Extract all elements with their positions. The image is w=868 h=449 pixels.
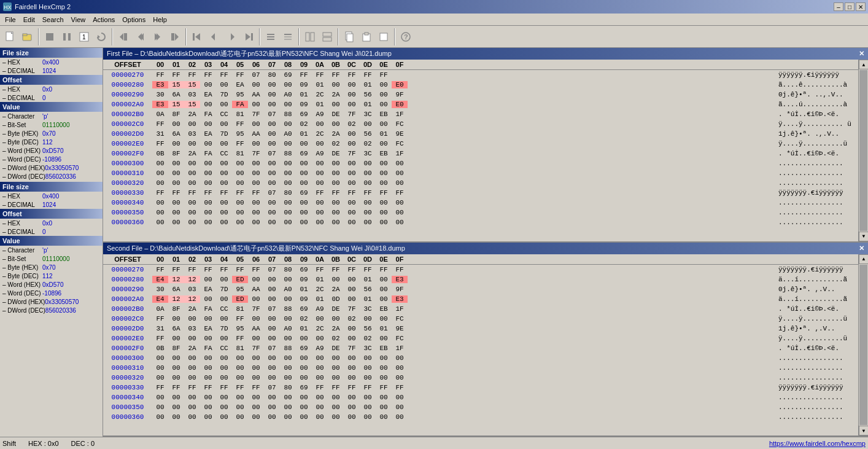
hex-byte[interactable]: FF	[200, 266, 216, 273]
hex-byte[interactable]: 88	[280, 111, 296, 118]
hex-byte[interactable]: 02	[344, 315, 360, 322]
hex-byte[interactable]: 00	[232, 170, 248, 177]
hex-byte[interactable]: 00	[376, 120, 392, 128]
hex-byte[interactable]: 31	[152, 130, 168, 138]
hex-byte[interactable]: 00	[328, 170, 344, 177]
hex-byte[interactable]: FF	[360, 189, 376, 197]
hex-byte[interactable]: 00	[312, 404, 328, 411]
table-row[interactable]: 00000270FFFFFFFFFFFFFF078069FFFFFFFFFFFF…	[103, 265, 858, 275]
hex-byte[interactable]: 7F	[248, 345, 264, 352]
hex-byte[interactable]: E3	[152, 101, 168, 108]
hex-byte[interactable]: 00	[152, 209, 168, 216]
hex-byte[interactable]: FF	[152, 384, 168, 391]
hex-byte[interactable]: 00	[184, 374, 200, 381]
hex-byte[interactable]: 7F	[344, 305, 360, 313]
hex-byte[interactable]: FA	[200, 150, 216, 157]
hex-byte[interactable]: 0B	[152, 150, 168, 157]
hex-byte[interactable]: 01	[376, 130, 392, 138]
hex-byte[interactable]: 7D	[216, 130, 232, 138]
hex-byte[interactable]: 03	[184, 286, 200, 293]
hex-byte[interactable]: 00	[200, 179, 216, 187]
hex-byte[interactable]: FF	[232, 71, 248, 79]
hex-byte[interactable]: 88	[280, 345, 296, 352]
hex-byte[interactable]: 00	[376, 364, 392, 372]
menu-item-actions[interactable]: Actions	[89, 15, 118, 25]
hex-byte[interactable]: 00	[168, 170, 184, 177]
hex-byte[interactable]: 00	[248, 335, 264, 342]
table-row[interactable]: 0000035000000000000000000000000000000000…	[103, 402, 858, 412]
hex-byte[interactable]: 00	[360, 404, 376, 411]
hex-byte[interactable]: 00	[360, 394, 376, 401]
hex-byte[interactable]: E4	[152, 295, 168, 303]
hex-byte[interactable]: 00	[200, 413, 216, 421]
hex-byte[interactable]: 00	[296, 354, 312, 362]
table-row[interactable]: 0000036000000000000000000000000000000000…	[103, 412, 858, 422]
hex-byte[interactable]: 00	[376, 140, 392, 147]
hex-byte[interactable]: AA	[248, 130, 264, 138]
hex-byte[interactable]: 00	[360, 219, 376, 226]
hex-byte[interactable]: 12	[168, 276, 184, 283]
hex-byte[interactable]: 00	[296, 209, 312, 216]
hex-byte[interactable]: 7D	[216, 91, 232, 98]
hex-byte[interactable]: 00	[264, 170, 280, 177]
menu-item-view[interactable]: View	[68, 15, 90, 25]
hex-byte[interactable]: 00	[280, 199, 296, 206]
hex-byte[interactable]: 00	[344, 170, 360, 177]
hex-byte[interactable]: FF	[152, 315, 168, 322]
hex-byte[interactable]: 00	[344, 295, 360, 303]
hex-byte[interactable]: AA	[248, 91, 264, 98]
hex-byte[interactable]: 88	[280, 305, 296, 313]
hex-byte[interactable]: 00	[376, 81, 392, 88]
hex-byte[interactable]: A0	[280, 130, 296, 138]
hex-byte[interactable]: 00	[216, 404, 232, 411]
hex-byte[interactable]: 56	[360, 325, 376, 332]
hex-byte[interactable]: 56	[360, 91, 376, 98]
hex-byte[interactable]: FF	[312, 189, 328, 197]
hex-byte[interactable]: FF	[344, 71, 360, 79]
hex-byte[interactable]: 00	[280, 120, 296, 128]
table-row[interactable]: 000002E0FF00000000FF000000000002000200FC…	[103, 139, 858, 149]
hex-byte[interactable]: 00	[296, 140, 312, 147]
hex-byte[interactable]: 01	[312, 81, 328, 88]
hex-byte[interactable]: 00	[232, 394, 248, 401]
hex-byte[interactable]: 69	[296, 345, 312, 352]
hex-byte[interactable]: 00	[280, 404, 296, 411]
nav-next-button[interactable]	[223, 29, 239, 45]
hex-byte[interactable]: 7F	[248, 150, 264, 157]
hex-byte[interactable]: 95	[232, 325, 248, 332]
table-row[interactable]: 000002A0E315150000FA000000090100000100E0…	[103, 100, 858, 109]
hex-byte[interactable]: 95	[232, 286, 248, 293]
hex-byte[interactable]: 00	[328, 354, 344, 362]
hex-byte[interactable]: 00	[152, 179, 168, 187]
hex-byte[interactable]: 56	[360, 286, 376, 293]
hex-byte[interactable]: 00	[200, 160, 216, 167]
hex-byte[interactable]: 00	[296, 179, 312, 187]
last-diff-button[interactable]	[167, 29, 183, 45]
table-row[interactable]: 000002B00A8F2AFACC817F078869A9DE7F3CEB1F…	[103, 109, 858, 119]
hex-byte[interactable]: 00	[328, 179, 344, 187]
table-row[interactable]: 0000030000000000000000000000000000000000…	[103, 353, 858, 363]
hex-byte[interactable]: 1F	[392, 111, 408, 118]
hex-byte[interactable]: 00	[248, 219, 264, 226]
hex-byte[interactable]: 02	[360, 140, 376, 147]
first-diff-button[interactable]	[115, 29, 131, 45]
hex-byte[interactable]: FF	[184, 266, 200, 273]
hex-byte[interactable]: 00	[312, 364, 328, 372]
hex-byte[interactable]: 01	[360, 295, 376, 303]
scroll-down-2[interactable]: ▼	[859, 426, 868, 435]
hex-byte[interactable]: 15	[184, 101, 200, 108]
hex-byte[interactable]: 02	[296, 120, 312, 128]
hex-byte[interactable]: FF	[328, 384, 344, 391]
hex-byte[interactable]: 00	[328, 374, 344, 381]
hex-byte[interactable]: 6A	[168, 91, 184, 98]
table-row[interactable]: 0000036000000000000000000000000000000000…	[103, 217, 858, 227]
hex-byte[interactable]: 00	[360, 315, 376, 322]
table-row[interactable]: 000002A0E412120000ED00000009010D000100E3…	[103, 294, 858, 304]
hex-byte[interactable]: 01	[360, 101, 376, 108]
table-row[interactable]: 000002D0316A03EA7D95AA00A0012C2A0056019E…	[103, 324, 858, 334]
table-row[interactable]: 00000280E412120000ED000000090100000100E3…	[103, 275, 858, 284]
hex-byte[interactable]: 00	[184, 335, 200, 342]
menu-item-search[interactable]: Search	[39, 15, 68, 25]
menu-item-edit[interactable]: Edit	[20, 15, 39, 25]
hex-byte[interactable]: 88	[280, 150, 296, 157]
